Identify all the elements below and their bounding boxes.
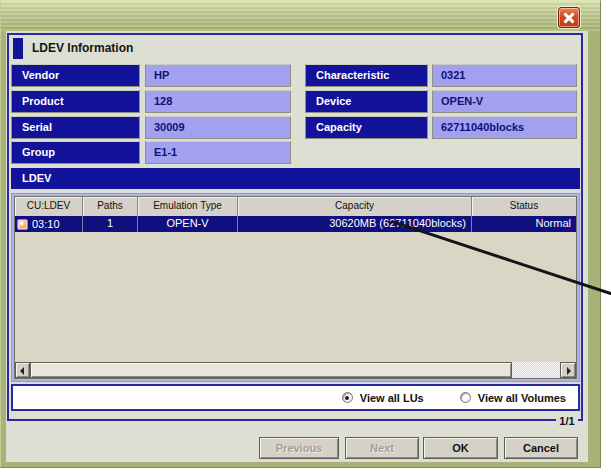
field-value-capacity: 62711040blocks <box>432 116 577 139</box>
field-value-product: 128 <box>145 90 291 113</box>
table-row[interactable]: 03:10 1 OPEN-V 30620MB (62711040blocks) … <box>15 216 576 232</box>
column-header-capacity[interactable]: Capacity <box>238 197 472 216</box>
field-label-characteristic: Characteristic <box>305 64 428 87</box>
field-label-serial: Serial <box>11 116 140 139</box>
ldev-section-header: LDEV <box>11 168 580 189</box>
radio-view-all-volumes[interactable]: View all Volumes <box>460 392 566 404</box>
radio-selected-icon <box>342 392 353 403</box>
scroll-right-button[interactable] <box>560 362 576 378</box>
view-options-bar: View all LUs View all Volumes <box>11 384 580 411</box>
close-button[interactable] <box>558 7 580 28</box>
ok-button[interactable]: OK <box>423 437 498 459</box>
scroll-left-icon <box>20 367 24 375</box>
field-label-product: Product <box>11 90 140 113</box>
cell-capacity: 30620MB (62711040blocks) <box>238 216 472 232</box>
scroll-left-button[interactable] <box>15 362 30 378</box>
volume-icon <box>17 219 28 230</box>
horizontal-scrollbar[interactable] <box>15 362 576 378</box>
column-header-paths[interactable]: Paths <box>83 197 138 216</box>
cu-ldev-text: 03:10 <box>32 217 60 232</box>
column-header-status[interactable]: Status <box>472 197 576 216</box>
radio-label: View all Volumes <box>478 392 566 404</box>
scrollbar-thumb[interactable] <box>30 362 512 378</box>
table-header-row: CU:LDEV Paths Emulation Type Capacity St… <box>15 197 576 216</box>
field-value-vendor: HP <box>145 64 291 87</box>
field-label-capacity: Capacity <box>305 116 428 139</box>
column-header-culdev[interactable]: CU:LDEV <box>15 197 83 216</box>
cell-cu-ldev: 03:10 <box>15 216 83 232</box>
cell-paths: 1 <box>83 216 138 232</box>
field-value-device: OPEN-V <box>432 90 577 113</box>
cancel-button[interactable]: Cancel <box>504 437 578 459</box>
radio-label: View all LUs <box>360 392 424 404</box>
screenshot-root: LDEV Information Vendor HP Product 128 S… <box>0 0 611 472</box>
scroll-right-icon <box>567 367 571 375</box>
page-indicator: 1/1 <box>556 413 578 429</box>
field-label-group: Group <box>11 141 140 164</box>
previous-button[interactable]: Previous <box>259 437 339 459</box>
page-title: LDEV Information <box>32 41 133 55</box>
next-button[interactable]: Next <box>345 437 419 459</box>
field-value-characteristic: 0321 <box>432 64 577 87</box>
radio-unselected-icon <box>460 392 471 403</box>
cell-status: Normal <box>472 216 576 232</box>
field-label-vendor: Vendor <box>11 64 140 87</box>
column-header-emulation[interactable]: Emulation Type <box>138 197 238 216</box>
table-empty-area <box>15 232 576 362</box>
field-value-serial: 30009 <box>145 116 291 139</box>
cell-emulation: OPEN-V <box>138 216 238 232</box>
field-value-group: E1-1 <box>145 141 291 164</box>
close-icon <box>563 11 576 24</box>
radio-view-all-lus[interactable]: View all LUs <box>342 392 424 404</box>
dialog-titlebar[interactable] <box>1 1 600 31</box>
heading-marker <box>13 38 23 59</box>
field-label-device: Device <box>305 90 428 113</box>
